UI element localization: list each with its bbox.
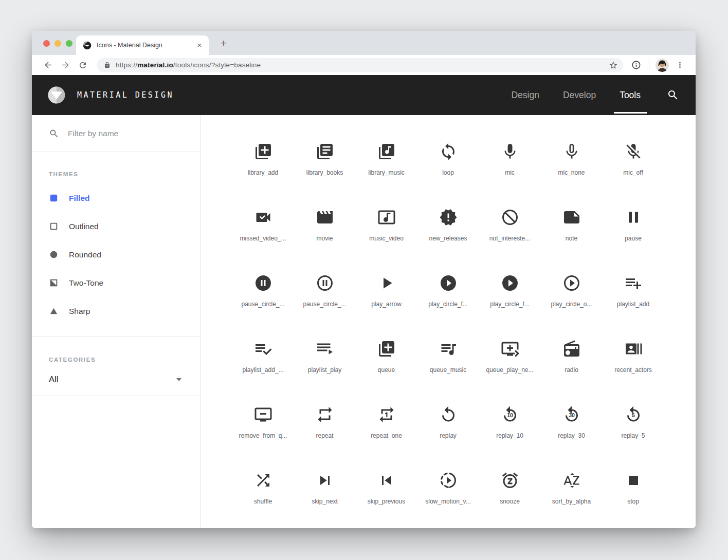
icon-label: replay_30 — [558, 432, 585, 439]
header-search-icon[interactable] — [667, 89, 679, 101]
icon-cell-playlist_add[interactable]: playlist_add — [603, 260, 664, 326]
icon-cell-playlist_add_check[interactable]: playlist_add_... — [232, 326, 294, 391]
icon-cell-shuffle[interactable]: shuffle — [232, 457, 294, 523]
window-close-button[interactable] — [43, 40, 50, 47]
mic-icon — [500, 142, 520, 161]
icon-cell-queue[interactable]: queue — [356, 326, 417, 391]
icon-label: replay — [440, 432, 457, 439]
icon-cell-recent_actors[interactable]: recent_actors — [603, 326, 664, 391]
forward-icon[interactable] — [59, 59, 72, 72]
icon-cell-play_circle_outline[interactable]: play_circle_o... — [541, 260, 603, 326]
info-extension-icon[interactable] — [629, 59, 643, 72]
theme-item-outlined[interactable]: Outlined — [49, 212, 200, 240]
icon-label: pause — [625, 235, 642, 242]
icon-cell-library_music[interactable]: library_music — [356, 128, 417, 194]
music_video-icon — [377, 208, 396, 227]
icon-cell-stop[interactable]: stop — [603, 457, 664, 523]
filter-by-name-input[interactable] — [68, 129, 186, 138]
icon-label: mic — [505, 169, 515, 176]
new-tab-button[interactable]: + — [217, 36, 230, 50]
icon-cell-play_circle_filled_white[interactable]: play_circle_f... — [479, 260, 541, 326]
theme-item-rounded[interactable]: Rounded — [49, 240, 200, 269]
icon-cell-remove_from_queue[interactable]: remove_from_q... — [232, 391, 294, 457]
snooze-icon — [500, 471, 520, 490]
profile-avatar[interactable] — [656, 59, 669, 72]
icon-cell-not_interested[interactable]: not_intereste... — [479, 194, 541, 260]
themes-heading: THEMES — [49, 171, 200, 177]
playlist_add-icon — [624, 273, 643, 293]
icon-cell-mic[interactable]: mic — [479, 128, 541, 194]
bookmark-star-icon[interactable] — [607, 59, 620, 72]
icon-cell-new_releases[interactable]: new_releases — [417, 194, 479, 260]
icon-label: movie — [316, 235, 333, 242]
repeat_one-icon — [377, 405, 396, 424]
theme-item-filled[interactable]: Filled — [49, 184, 200, 212]
movie-icon — [315, 208, 335, 227]
header-nav: Design Develop Tools — [499, 75, 652, 115]
browser-tab[interactable]: Icons - Material Design × — [76, 35, 209, 55]
chrome-menu-kebab-icon[interactable] — [673, 59, 686, 72]
tab-close-icon[interactable]: × — [194, 40, 205, 50]
play_arrow-icon — [377, 273, 396, 293]
icon-cell-replay_10[interactable]: 10replay_10 — [479, 391, 541, 457]
icon-label: slow_motion_v... — [425, 498, 470, 505]
back-icon[interactable] — [41, 59, 54, 72]
icon-cell-library_add[interactable]: library_add — [232, 128, 294, 194]
icon-cell-play_arrow[interactable]: play_arrow — [356, 260, 417, 326]
icon-cell-play_circle_filled[interactable]: play_circle_f... — [417, 260, 479, 326]
icon-cell-replay_30[interactable]: 30replay_30 — [541, 391, 603, 457]
refresh-icon[interactable] — [76, 59, 89, 72]
icon-cell-mic_off[interactable]: mic_off — [603, 128, 664, 194]
nav-design[interactable]: Design — [499, 75, 551, 115]
icon-label: radio — [565, 366, 578, 374]
icon-cell-repeat[interactable]: repeat — [294, 391, 356, 457]
icon-cell-sort_by_alpha[interactable]: sort_by_alpha — [541, 457, 603, 523]
icon-cell-repeat_one[interactable]: repeat_one — [356, 391, 417, 457]
icon-cell-replay[interactable]: replay — [417, 391, 479, 457]
icon-cell-skip_previous[interactable]: skip_previous — [356, 457, 417, 523]
theme-item-twotone[interactable]: Two-Tone — [49, 269, 200, 297]
icon-cell-music_video[interactable]: music_video — [356, 194, 417, 260]
icon-label: playlist_add — [617, 301, 649, 308]
icon-cell-pause_circle_filled[interactable]: pause_circle_... — [232, 260, 294, 326]
icon-cell-loop[interactable]: loop — [417, 128, 479, 194]
icon-cell-radio[interactable]: radio — [541, 326, 603, 391]
brand[interactable]: MATERIAL DESIGN — [47, 86, 174, 104]
url-domain: material.io — [137, 61, 173, 69]
window-zoom-button[interactable] — [66, 40, 72, 47]
icon-label: pause_circle_... — [303, 301, 346, 308]
icon-cell-library_books[interactable]: library_books — [294, 128, 356, 194]
icon-cell-pause[interactable]: pause — [603, 194, 664, 260]
icon-label: pause_circle_... — [241, 301, 284, 308]
window-minimize-button[interactable] — [54, 40, 61, 47]
nav-develop[interactable]: Develop — [551, 75, 608, 115]
icon-cell-replay_5[interactable]: 5replay_5 — [603, 391, 664, 457]
icon-cell-mic_none[interactable]: mic_none — [541, 128, 603, 194]
icon-cell-slow_motion_video[interactable]: slow_motion_v... — [417, 457, 479, 523]
icon-label: snooze — [500, 498, 520, 505]
theme-list: Filled Outlined Rounded Two-Tone — [49, 184, 200, 325]
icon-cell-skip_next[interactable]: skip_next — [294, 457, 356, 523]
icon-label: play_arrow — [371, 301, 402, 308]
replay_10-icon: 10 — [500, 405, 520, 424]
play_circle_filled-icon — [439, 273, 458, 293]
icon-cell-playlist_play[interactable]: playlist_play — [294, 326, 356, 391]
icon-cell-queue_play_next[interactable]: queue_play_ne... — [479, 326, 541, 391]
icon-cell-queue_music[interactable]: queue_music — [417, 326, 479, 391]
queue-icon — [377, 339, 396, 359]
theme-item-sharp[interactable]: Sharp — [49, 297, 200, 325]
icon-cell-missed_video_call[interactable]: missed_video_... — [232, 194, 294, 260]
url-text: https://material.io/tools/icons/?style=b… — [116, 61, 607, 69]
repeat-icon — [315, 405, 335, 424]
icon-cell-snooze[interactable]: snooze — [479, 457, 541, 523]
icon-label: remove_from_q... — [239, 432, 287, 439]
nav-tools[interactable]: Tools — [608, 75, 652, 115]
not_interested-icon — [500, 208, 520, 227]
icon-label: playlist_add_... — [242, 366, 283, 374]
icon-cell-note[interactable]: note — [541, 194, 603, 260]
icon-cell-movie[interactable]: movie — [294, 194, 356, 260]
icon-cell-pause_circle_outline[interactable]: pause_circle_... — [294, 260, 356, 326]
library_music-icon — [377, 142, 396, 161]
categories-dropdown[interactable]: All — [49, 375, 200, 384]
address-bar[interactable]: https://material.io/tools/icons/?style=b… — [97, 58, 623, 72]
